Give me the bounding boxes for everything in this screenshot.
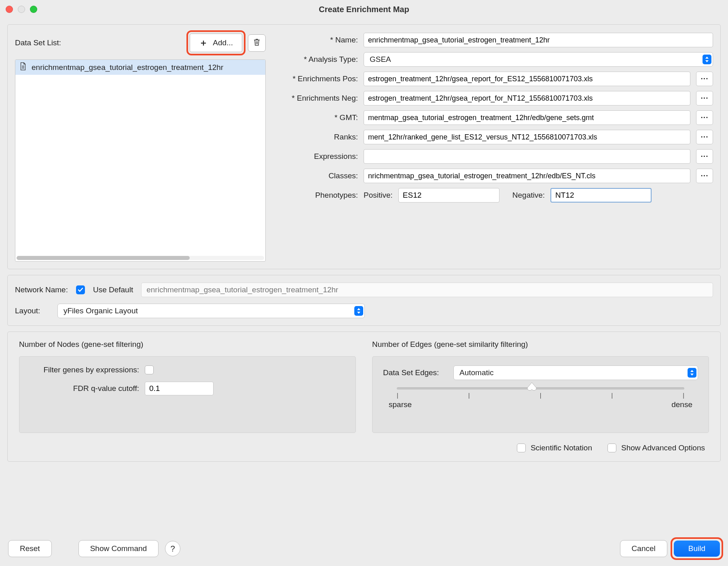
expressions-browse-button[interactable]: ··· (696, 149, 713, 164)
plus-icon: ＋ (199, 37, 208, 49)
nodes-filter-panel: Filter genes by expressions: FDR q-value… (19, 356, 356, 433)
analysis-type-label: * Analysis Type: (273, 55, 358, 64)
expressions-label: Expressions: (273, 152, 358, 161)
bottom-bar: Reset Show Command ? Cancel Build (0, 531, 728, 566)
add-dataset-button[interactable]: ＋ Add... (190, 34, 242, 52)
name-input[interactable] (364, 33, 713, 47)
dropdown-arrow-icon (354, 306, 363, 316)
phenotype-neg-input[interactable] (550, 188, 652, 203)
enrich-neg-input[interactable] (364, 91, 690, 106)
trash-icon (253, 38, 260, 48)
analysis-type-value: GSEA (370, 55, 391, 64)
dataset-list[interactable]: enrichmentmap_gsea_tutorial_estrogen_tre… (15, 59, 266, 262)
enrich-pos-browse-button[interactable]: ··· (696, 72, 713, 86)
add-dataset-label: Add... (213, 38, 233, 47)
ranks-input[interactable] (364, 130, 690, 144)
nodes-filter-title: Number of Nodes (gene-set filtering) (19, 340, 356, 349)
layout-value: yFiles Organic Layout (63, 306, 138, 315)
filter-genes-checkbox[interactable] (145, 365, 154, 374)
gmt-input[interactable] (364, 110, 690, 125)
document-icon (19, 62, 27, 72)
name-label: * Name: (273, 36, 358, 44)
phenotype-pos-input[interactable] (398, 188, 499, 203)
gmt-label: * GMT: (273, 113, 358, 122)
advanced-options-label: Show Advanced Options (621, 444, 705, 452)
filter-genes-label: Filter genes by expressions: (30, 365, 139, 374)
classes-input[interactable] (364, 169, 690, 183)
window-title: Create Enrichment Map (0, 5, 728, 14)
layout-label: Layout: (15, 306, 49, 315)
dropdown-arrow-icon (688, 368, 696, 378)
datasets-pane: Data Set List: ＋ Add... (7, 24, 721, 269)
edges-filter-title: Number of Edges (gene-set similarity fil… (372, 340, 709, 349)
gmt-browse-button[interactable]: ··· (696, 110, 713, 125)
fdr-input[interactable] (145, 382, 214, 395)
edges-select-label: Data Set Edges: (383, 368, 448, 377)
edges-select[interactable]: Automatic (453, 365, 698, 380)
classes-browse-button[interactable]: ··· (696, 169, 713, 183)
fdr-label: FDR q-value cutoff: (30, 384, 139, 393)
enrich-pos-input[interactable] (364, 72, 690, 86)
layout-select[interactable]: yFiles Organic Layout (57, 304, 365, 318)
phenotype-neg-label: Negative: (512, 191, 545, 200)
network-pane: Network Name: Use Default Layout: yFiles… (7, 275, 721, 326)
use-default-checkbox[interactable] (76, 285, 85, 294)
edges-select-value: Automatic (459, 368, 493, 377)
enrich-neg-browse-button[interactable]: ··· (696, 91, 713, 106)
analysis-type-select[interactable]: GSEA (364, 52, 713, 67)
classes-label: Classes: (273, 171, 358, 180)
cancel-button[interactable]: Cancel (620, 540, 667, 557)
reset-button[interactable]: Reset (8, 540, 52, 557)
slider-label-sparse: sparse (389, 400, 412, 409)
build-button[interactable]: Build (674, 541, 720, 557)
ranks-browse-button[interactable]: ··· (696, 130, 713, 144)
check-icon (78, 287, 83, 293)
show-command-button[interactable]: Show Command (78, 540, 159, 557)
dataset-list-item-label: enrichmentmap_gsea_tutorial_estrogen_tre… (32, 63, 223, 72)
enrich-pos-label: * Enrichments Pos: (273, 74, 358, 83)
phenotypes-label: Phenotypes: (273, 191, 358, 200)
ranks-label: Ranks: (273, 133, 358, 142)
filtering-pane: Number of Nodes (gene-set filtering) Fil… (7, 332, 721, 462)
network-name-label: Network Name: (15, 285, 68, 294)
enrich-neg-label: * Enrichments Neg: (273, 94, 358, 103)
use-default-label: Use Default (93, 285, 133, 294)
edges-filter-panel: Data Set Edges: Automatic (372, 356, 709, 433)
expressions-input[interactable] (364, 149, 690, 164)
titlebar: Create Enrichment Map (0, 0, 728, 19)
phenotype-pos-label: Positive: (364, 191, 393, 200)
sci-notation-label: Scientific Notation (531, 444, 592, 452)
similarity-slider[interactable] (397, 387, 684, 390)
network-name-input (141, 283, 713, 297)
slider-ticks: ||||| (397, 392, 684, 399)
dataset-list-scrollbar[interactable] (17, 256, 264, 260)
sci-notation-checkbox[interactable] (517, 444, 526, 452)
dataset-list-label: Data Set List: (15, 38, 61, 47)
delete-dataset-button[interactable] (248, 34, 266, 52)
help-button[interactable]: ? (165, 541, 180, 556)
dropdown-arrow-icon (703, 55, 711, 64)
advanced-options-checkbox[interactable] (607, 444, 616, 452)
slider-label-dense: dense (671, 400, 692, 409)
dataset-list-item[interactable]: enrichmentmap_gsea_tutorial_estrogen_tre… (15, 60, 265, 75)
slider-thumb[interactable] (527, 382, 537, 392)
